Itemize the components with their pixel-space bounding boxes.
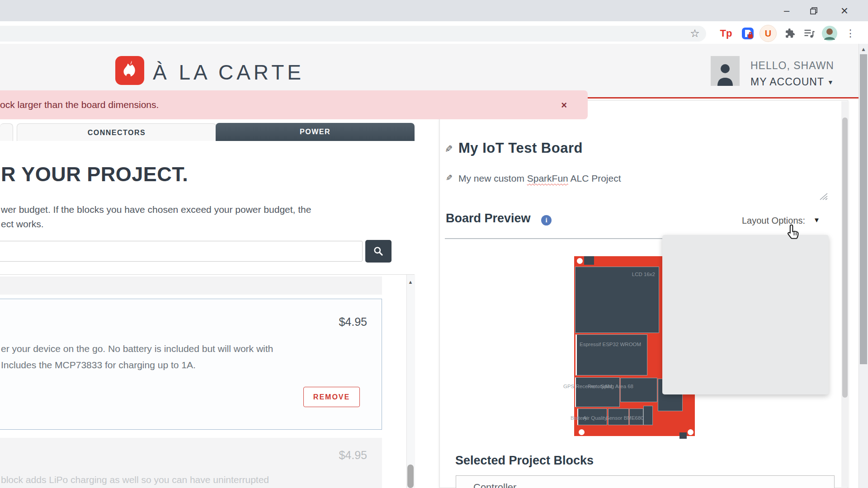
extension-tp-button[interactable]: Tp bbox=[717, 26, 735, 41]
tab-partial[interactable] bbox=[0, 123, 13, 141]
close-icon: × bbox=[841, 4, 848, 18]
block-esp32-label: Espressif ESP32 WROOM bbox=[580, 342, 641, 347]
page-scroll-up-icon[interactable]: ▲ bbox=[860, 46, 867, 52]
tp-icon: Tp bbox=[720, 28, 732, 39]
standoff-hole bbox=[577, 258, 583, 264]
kebab-menu-icon: ⋮ bbox=[845, 28, 855, 39]
description-prefix: My new custom bbox=[458, 173, 527, 183]
minimize-icon: – bbox=[784, 5, 789, 17]
app-window: – × ☆ Tp U bbox=[0, 0, 868, 488]
alert-banner: ock larger than the board dimensions. × bbox=[0, 90, 588, 119]
search-icon bbox=[373, 245, 384, 257]
block-price-next: $4.95 bbox=[271, 449, 367, 462]
card-list-divider bbox=[0, 274, 415, 275]
description-sparkfun: SparkFun bbox=[527, 173, 568, 183]
card-list-scrollbar[interactable] bbox=[406, 275, 415, 488]
remove-button-label: REMOVE bbox=[313, 393, 350, 401]
tab-connectors-label: CONNECTORS bbox=[88, 129, 146, 137]
block-description-next: block adds LiPo charging as well so you … bbox=[1, 474, 269, 485]
bookmark-star-button[interactable]: ☆ bbox=[687, 26, 703, 41]
person-icon bbox=[714, 61, 736, 86]
extension-password-button[interactable] bbox=[739, 26, 757, 41]
my-account-label: MY ACCOUNT bbox=[750, 76, 824, 88]
star-icon: ☆ bbox=[690, 27, 700, 40]
intro-text-line2: ect works. bbox=[1, 219, 44, 230]
block-sensor-label: Sensor BME680 bbox=[606, 415, 644, 421]
block-search-input[interactable] bbox=[0, 241, 363, 262]
intro-text-line1: wer budget. If the blocks you have chose… bbox=[1, 204, 311, 215]
alert-close-button[interactable]: × bbox=[561, 99, 567, 111]
block-price: $4.95 bbox=[271, 315, 367, 328]
block-prototyping[interactable] bbox=[620, 378, 657, 402]
info-icon[interactable]: i bbox=[541, 215, 552, 225]
selected-blocks-title: Selected Project Blocks bbox=[455, 454, 594, 468]
u-circle-icon: U bbox=[760, 25, 777, 42]
playlist-button[interactable] bbox=[800, 26, 818, 41]
scroll-up-arrow-icon[interactable]: ▲ bbox=[407, 279, 414, 285]
window-titlebar bbox=[0, 0, 868, 21]
board-component bbox=[679, 432, 687, 439]
block-description-line2: Includes the MCP73833 for charging up to… bbox=[1, 360, 196, 371]
block-gps[interactable] bbox=[575, 377, 620, 407]
caret-down-icon[interactable]: ▼ bbox=[813, 216, 820, 224]
block-bottom-4[interactable] bbox=[643, 406, 653, 425]
browser-menu-button[interactable]: ⋮ bbox=[844, 26, 857, 41]
description-rest: ALC Project bbox=[568, 173, 621, 183]
extensions-puzzle-button[interactable] bbox=[781, 26, 798, 41]
resize-grip-icon[interactable] bbox=[818, 192, 829, 201]
mouse-cursor-hand bbox=[785, 223, 802, 242]
search-button[interactable] bbox=[365, 240, 392, 263]
alert-message: ock larger than the board dimensions. bbox=[0, 99, 159, 110]
tab-connectors[interactable]: CONNECTORS bbox=[17, 123, 217, 141]
window-minimize-button[interactable]: – bbox=[774, 0, 799, 21]
restore-icon bbox=[809, 6, 818, 15]
browser-profile-avatar[interactable] bbox=[820, 26, 839, 41]
profile-avatar-icon bbox=[821, 25, 838, 42]
card-list-scrollbar-thumb[interactable] bbox=[407, 465, 414, 488]
tab-power[interactable]: POWER bbox=[216, 123, 415, 141]
standoff-hole bbox=[579, 429, 585, 435]
block-lcd[interactable]: LCD 16x2 bbox=[575, 267, 659, 333]
extension-u-button[interactable]: U bbox=[759, 26, 778, 41]
block-esp32[interactable]: Espressif ESP32 WROOM bbox=[576, 334, 647, 375]
block-prototyping-label: Prototyping Area 68 bbox=[588, 384, 633, 389]
board-name[interactable]: My IoT Test Board bbox=[458, 140, 583, 156]
flame-icon bbox=[120, 60, 140, 81]
window-restore-button[interactable] bbox=[801, 0, 826, 21]
u-letter: U bbox=[765, 28, 771, 39]
board-component bbox=[584, 256, 594, 265]
account-avatar[interactable] bbox=[711, 56, 740, 86]
block-air-quality-label: Air Quality bbox=[583, 415, 607, 421]
tab-power-label: POWER bbox=[300, 128, 330, 136]
page-scrollbar-thumb[interactable] bbox=[860, 54, 867, 364]
standoff-hole bbox=[688, 429, 693, 435]
block-lcd-label: LCD 16x2 bbox=[632, 272, 655, 277]
chevron-down-icon: ▼ bbox=[827, 79, 834, 86]
card-previous-partial bbox=[0, 277, 382, 295]
edit-board-name-icon[interactable]: ✎ bbox=[445, 144, 453, 155]
my-account-menu[interactable]: MY ACCOUNT ▼ bbox=[750, 76, 834, 88]
block-description-line1: er your device on the go. No battery is … bbox=[1, 343, 273, 354]
board-preview-title: Board Preview bbox=[446, 211, 531, 225]
remove-button[interactable]: REMOVE bbox=[303, 387, 360, 407]
project-panel-scrollbar-thumb[interactable] bbox=[842, 117, 848, 398]
playlist-music-icon bbox=[803, 27, 816, 40]
site-logo-text: À LA CARTE bbox=[153, 60, 304, 84]
puzzle-icon bbox=[784, 28, 796, 39]
account-greeting: HELLO, SHAWN bbox=[750, 60, 834, 72]
layout-options-popup bbox=[662, 235, 829, 394]
project-description[interactable]: My new custom SparkFun ALC Project bbox=[458, 173, 621, 184]
sparkfun-logo[interactable] bbox=[115, 56, 144, 85]
edit-description-icon[interactable]: ✎ bbox=[446, 173, 453, 183]
window-close-button[interactable]: × bbox=[832, 0, 857, 21]
selected-block-controller: Controller bbox=[473, 482, 516, 488]
password-shield-icon bbox=[741, 26, 755, 41]
page-title: R YOUR PROJECT. bbox=[1, 163, 188, 186]
url-bar[interactable] bbox=[0, 26, 706, 42]
